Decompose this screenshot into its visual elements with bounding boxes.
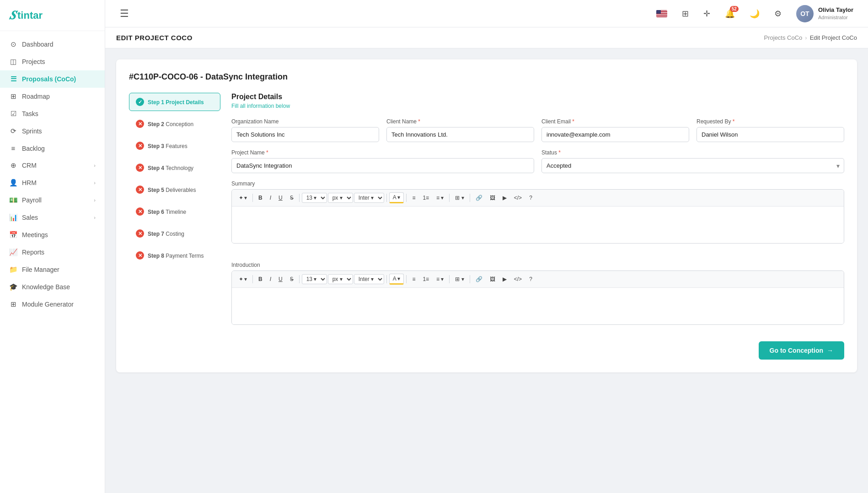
client-email-input[interactable] bbox=[541, 127, 689, 142]
step-6-error-icon: ✕ bbox=[136, 207, 144, 216]
hamburger-menu[interactable]: ☰ bbox=[116, 6, 133, 21]
sidebar-item-dashboard[interactable]: ⊙ Dashboard bbox=[0, 36, 105, 53]
toolbar-ordered-list[interactable]: 1≡ bbox=[419, 193, 432, 203]
toolbar-italic[interactable]: I bbox=[267, 193, 274, 203]
step-3[interactable]: ✕ Step 3 Features bbox=[129, 137, 220, 155]
step-7[interactable]: ✕ Step 7 Costing bbox=[129, 224, 220, 243]
sidebar-item-projects[interactable]: ◫ Projects bbox=[0, 53, 105, 70]
project-name-input[interactable] bbox=[231, 158, 534, 173]
sidebar-item-meetings[interactable]: 📅 Meetings bbox=[0, 226, 105, 244]
toolbar2-sep-1 bbox=[252, 275, 253, 283]
step-6[interactable]: ✕ Step 6 Timeline bbox=[129, 202, 220, 221]
sidebar-item-backlog[interactable]: ≡ Backlog bbox=[0, 140, 105, 157]
toolbar2-help[interactable]: ? bbox=[526, 274, 536, 284]
toolbar-font-family[interactable]: Inter ▾ bbox=[354, 193, 384, 203]
toolbar2-table[interactable]: ⊞ ▾ bbox=[452, 274, 467, 284]
filemanager-icon: 📁 bbox=[9, 265, 17, 274]
form-group-summary: Summary ✦ ▾ B I U S̶ 13 bbox=[231, 180, 844, 253]
toolbar-video[interactable]: ▶ bbox=[499, 193, 510, 203]
step-2[interactable]: ✕ Step 2 Conception bbox=[129, 115, 220, 133]
toolbar2-underline[interactable]: U bbox=[275, 274, 286, 284]
form-group-client-email: Client Email * bbox=[541, 118, 689, 142]
sidebar-item-payroll[interactable]: 💵 Payroll › bbox=[0, 191, 105, 209]
toolbar-magic-btn[interactable]: ✦ ▾ bbox=[236, 193, 250, 203]
toolbar2-strikethrough[interactable]: S̶ bbox=[287, 274, 297, 284]
toolbar-bold[interactable]: B bbox=[255, 193, 266, 203]
status-select[interactable]: Accepted Pending Rejected bbox=[541, 158, 844, 173]
toolbar2-font-size[interactable]: 13 ▾ bbox=[302, 274, 327, 284]
apps-grid-icon[interactable]: ⊞ bbox=[678, 7, 692, 21]
go-to-conception-button[interactable]: Go to Conception → bbox=[759, 341, 844, 360]
projects-icon: ◫ bbox=[9, 58, 17, 66]
toolbar-font-size[interactable]: 13 ▾ bbox=[302, 193, 327, 203]
main-card: #C110P-COCO-06 - DataSync Integration ✓ … bbox=[116, 59, 857, 372]
user-avatar-menu[interactable]: OT Olivia Taylor Administrator bbox=[793, 3, 857, 24]
go-to-conception-label: Go to Conception bbox=[770, 347, 823, 354]
toolbar2-align[interactable]: ≡ ▾ bbox=[433, 274, 447, 284]
sidebar-item-crm[interactable]: ⊕ CRM › bbox=[0, 157, 105, 174]
toolbar-table[interactable]: ⊞ ▾ bbox=[452, 193, 467, 203]
toolbar2-font-unit[interactable]: px ▾ bbox=[328, 274, 353, 284]
toolbar-help[interactable]: ? bbox=[526, 193, 536, 203]
toolbar-image[interactable]: 🖼 bbox=[487, 193, 498, 203]
step-6-label: Step 6 Timeline bbox=[148, 208, 186, 215]
step-8[interactable]: ✕ Step 8 Payment Terms bbox=[129, 246, 220, 265]
breadcrumb-parent[interactable]: Projects CoCo bbox=[764, 34, 803, 41]
sidebar-item-tasks[interactable]: ☑ Tasks bbox=[0, 105, 105, 122]
bottom-action-bar: Go to Conception → bbox=[231, 341, 844, 360]
toolbar-unordered-list[interactable]: ≡ bbox=[409, 193, 418, 203]
toolbar-font-unit[interactable]: px ▾ bbox=[328, 193, 353, 203]
toolbar-link[interactable]: 🔗 bbox=[472, 193, 486, 203]
toolbar2-magic-btn[interactable]: ✦ ▾ bbox=[236, 274, 250, 284]
client-name-input[interactable] bbox=[386, 127, 534, 142]
sidebar-item-proposals[interactable]: ☰ Proposals (CoCo) bbox=[0, 70, 105, 88]
toolbar-color-a[interactable]: A ▾ bbox=[389, 192, 404, 203]
toolbar2-unordered-list[interactable]: ≡ bbox=[409, 274, 418, 284]
toolbar2-bold[interactable]: B bbox=[255, 274, 266, 284]
sidebar-item-hrm[interactable]: 👤 HRM › bbox=[0, 174, 105, 191]
toolbar2-color-a[interactable]: A ▾ bbox=[389, 274, 404, 285]
sidebar-item-label: Sprints bbox=[22, 127, 42, 135]
form-group-org-name: Organization Name bbox=[231, 118, 379, 142]
sidebar-item-label: Payroll bbox=[22, 196, 42, 204]
form-group-requested-by: Requested By * bbox=[697, 118, 844, 142]
toolbar2-image[interactable]: 🖼 bbox=[487, 274, 498, 284]
toolbar-strikethrough[interactable]: S̶ bbox=[287, 193, 297, 203]
summary-label: Summary bbox=[231, 180, 844, 187]
add-icon[interactable]: ✛ bbox=[700, 7, 714, 21]
requested-by-input[interactable] bbox=[697, 127, 844, 142]
toolbar-code[interactable]: </> bbox=[511, 193, 525, 203]
step-1[interactable]: ✓ Step 1 Project Details bbox=[129, 93, 220, 111]
sidebar-item-label: File Manager bbox=[22, 266, 59, 273]
sidebar-item-knowledgebase[interactable]: 🎓 Knowledge Base bbox=[0, 278, 105, 296]
toolbar2-font-family[interactable]: Inter ▾ bbox=[354, 274, 384, 284]
sidebar-item-label: Proposals (CoCo) bbox=[22, 75, 76, 83]
main-area: ☰ ⊞ ✛ 🔔 🌙 ⚙ OT Olivia Taylor Administrat… bbox=[105, 0, 868, 493]
toolbar2-link[interactable]: 🔗 bbox=[472, 274, 486, 284]
introduction-label: Introduction bbox=[231, 262, 844, 268]
sidebar-item-roadmap[interactable]: ⊞ Roadmap bbox=[0, 88, 105, 105]
language-selector[interactable] bbox=[653, 8, 671, 19]
toolbar2-italic[interactable]: I bbox=[267, 274, 274, 284]
toolbar-align[interactable]: ≡ ▾ bbox=[433, 193, 447, 203]
sidebar-item-filemanager[interactable]: 📁 File Manager bbox=[0, 261, 105, 278]
darkmode-icon[interactable]: 🌙 bbox=[746, 7, 763, 21]
settings-icon[interactable]: ⚙ bbox=[771, 7, 785, 21]
sidebar-nav: ⊙ Dashboard ◫ Projects ☰ Proposals (CoCo… bbox=[0, 31, 105, 318]
toolbar2-ordered-list[interactable]: 1≡ bbox=[419, 274, 432, 284]
sidebar-item-reports[interactable]: 📈 Reports bbox=[0, 244, 105, 261]
notifications-icon[interactable]: 🔔 bbox=[721, 7, 739, 21]
org-name-input[interactable] bbox=[231, 127, 379, 142]
step-5[interactable]: ✕ Step 5 Deliverables bbox=[129, 180, 220, 199]
toolbar2-code[interactable]: </> bbox=[511, 274, 525, 284]
step-2-label: Step 2 Conception bbox=[148, 121, 193, 127]
sidebar-item-sprints[interactable]: ⟳ Sprints bbox=[0, 122, 105, 140]
step-4[interactable]: ✕ Step 4 Technology bbox=[129, 159, 220, 177]
sidebar-item-modulegenerator[interactable]: ⊞ Module Generator bbox=[0, 296, 105, 313]
introduction-editor-body[interactable] bbox=[232, 288, 844, 324]
step-2-error-icon: ✕ bbox=[136, 120, 144, 128]
sidebar-item-sales[interactable]: 📊 Sales › bbox=[0, 209, 105, 226]
toolbar-underline[interactable]: U bbox=[275, 193, 286, 203]
toolbar2-video[interactable]: ▶ bbox=[499, 274, 510, 284]
summary-editor-body[interactable] bbox=[232, 207, 844, 243]
